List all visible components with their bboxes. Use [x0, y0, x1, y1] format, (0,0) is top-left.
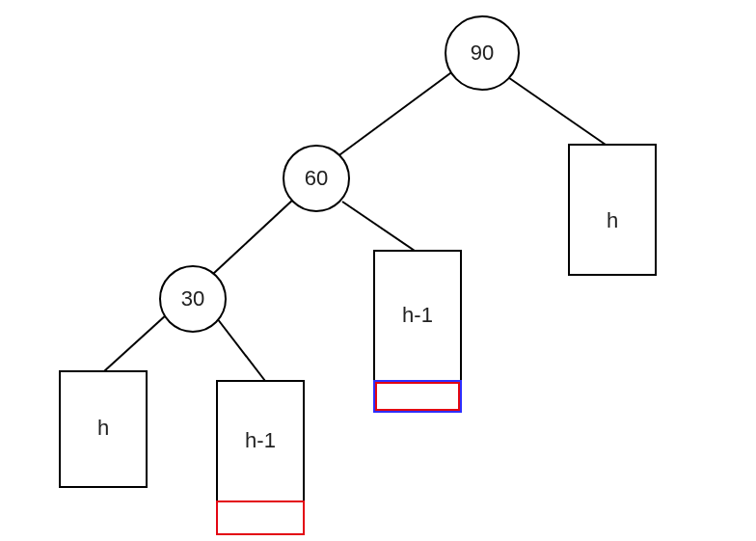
subtree-right-of-root-label: h [607, 208, 618, 232]
node-left-label: 60 [305, 166, 328, 190]
edge-left-leftleft [213, 199, 294, 274]
subtree-right-of-left-extension-blue [374, 381, 461, 412]
edge-root-left [337, 70, 454, 157]
subtree-right-of-left-extension-red [376, 383, 459, 410]
subtree-right-of-left-label: h-1 [402, 303, 433, 327]
tree-diagram: 90 60 30 h h-1 h h-1 [0, 0, 756, 541]
node-root-label: 90 [471, 41, 494, 65]
subtree-right-of-leftleft-extension-red [217, 501, 304, 534]
subtree-right-of-leftleft-label: h-1 [245, 428, 276, 452]
subtree-left-of-leftleft-label: h [97, 416, 109, 440]
edge-leftleft-leftrect [104, 314, 167, 371]
node-leftleft-label: 30 [181, 286, 204, 311]
edge-left-rightrect [342, 202, 415, 251]
edge-leftleft-rightrect [217, 318, 265, 381]
edge-root-right [502, 73, 606, 145]
